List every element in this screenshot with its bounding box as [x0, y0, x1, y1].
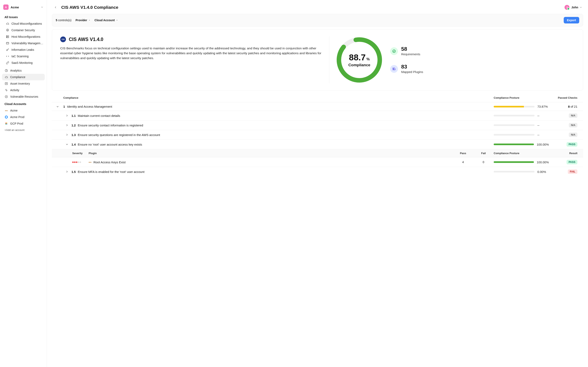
posture-bar: [494, 161, 534, 163]
posture-bar: [494, 134, 535, 136]
extension-icon: [390, 65, 398, 73]
user-menu[interactable]: J John: [564, 5, 582, 10]
sidebar-issue-2[interactable]: Host Misconfigurations: [2, 33, 45, 40]
sidebar-main-0[interactable]: Analytics: [2, 67, 45, 74]
table-header: Compliance Compliance Posture Passed Che…: [52, 93, 583, 102]
expand-toggle[interactable]: [55, 105, 60, 108]
filter-bar: 5 controls(s) Provider Cloud Account Exp…: [52, 14, 583, 26]
sidebar-account-2[interactable]: GCP Prod: [2, 120, 45, 127]
topbar: CIS AWS V1.4.0 Compliance J John: [47, 0, 588, 14]
svg-point-18: [6, 124, 7, 125]
status-badge: N/A: [569, 123, 577, 127]
list-icon: [4, 82, 8, 85]
chevron-icon: [65, 170, 69, 173]
svg-point-4: [7, 37, 7, 38]
checks-value: 8 of 21: [549, 105, 577, 108]
gcp-icon: [4, 122, 8, 125]
table-row[interactable]: 1.4 Ensure no 'root' user account access…: [52, 140, 583, 149]
chevron-icon: [65, 114, 69, 117]
cloud-icon: [4, 75, 8, 79]
svg-point-7: [7, 50, 8, 50]
back-button[interactable]: [53, 4, 58, 10]
stat-plugins: 83 Mapped Plugins: [390, 64, 423, 74]
compliance-label: Compliance: [348, 63, 370, 67]
sidebar-main-1[interactable]: Compliance: [2, 74, 45, 80]
sidebar-issue-6[interactable]: SaaS Monitoring: [2, 59, 45, 66]
org-badge: A: [3, 4, 9, 10]
plugin-subheader: Severity Plugin Pass Fail Compliance Pos…: [52, 149, 583, 157]
caret-down-icon: [116, 19, 118, 21]
svg-point-15: [5, 123, 6, 124]
section-all-issues: All Issues: [2, 14, 45, 20]
export-button[interactable]: Export: [564, 17, 579, 24]
sidebar: A Acme All Issues Cloud Misconfiguration…: [0, 0, 47, 367]
posture-bar: [494, 106, 535, 108]
controls-count: 5 controls(s): [56, 18, 71, 22]
provider-dropdown[interactable]: Provider: [76, 18, 90, 22]
cloud-icon: [6, 22, 9, 25]
svg-point-17: [5, 124, 6, 125]
sidebar-main-2[interactable]: Asset Inventory: [2, 80, 45, 87]
chevron-icon: [65, 133, 69, 136]
sidebar-account-0[interactable]: aws Acme: [2, 107, 45, 114]
posture-bar: [494, 143, 534, 145]
page-title: CIS AWS V1.4.0 Compliance: [61, 5, 562, 10]
svg-point-3: [7, 36, 7, 36]
chevron-down-icon: [41, 6, 43, 8]
sidebar-issue-0[interactable]: Cloud Misconfigurations: [2, 20, 45, 27]
svg-rect-5: [6, 42, 9, 44]
overview-description: CIS Benchmarks focus on technical config…: [60, 46, 323, 60]
status-badge: N/A: [569, 113, 577, 118]
expand-toggle[interactable]: [65, 170, 69, 173]
caret-down-icon: [88, 19, 90, 21]
hex-icon: [6, 28, 9, 32]
expand-toggle[interactable]: [65, 143, 69, 146]
expand-toggle[interactable]: [65, 124, 69, 127]
org-name: Acme: [11, 6, 39, 9]
sidebar-main-3[interactable]: Activity: [2, 87, 45, 93]
status-badge: FAIL: [568, 169, 577, 174]
plugin-row[interactable]: aws Root Access Keys Exist 4 0 100.00% P…: [52, 157, 583, 167]
posture-bar: [494, 124, 535, 126]
sidebar-issue-4[interactable]: Information Leaks: [2, 47, 45, 53]
posture-bar: [494, 115, 535, 117]
svg-point-0: [7, 30, 8, 30]
sidebar-issue-3[interactable]: Vulnerability Managem…: [2, 40, 45, 47]
cis-badge-icon: CIS: [60, 36, 66, 42]
overview-card: CIS CIS AWS V1.4.0 CIS Benchmarks focus …: [52, 29, 583, 91]
table-section-row[interactable]: 1 Identity and Access Management 73.87% …: [52, 102, 583, 111]
user-name: John: [571, 6, 578, 9]
chevron-icon: [65, 143, 69, 146]
table-row[interactable]: 1.1 Maintain current contact details -- …: [52, 111, 583, 120]
section-cloud-accounts: Cloud Accounts: [2, 101, 45, 107]
check-circle-icon: [390, 47, 398, 55]
chevron-icon: [65, 124, 69, 127]
severity-dots: [72, 161, 89, 163]
table-row[interactable]: 1.5 Ensure MFA is enabled for the 'root'…: [52, 167, 583, 176]
add-account-link[interactable]: +Add an account: [2, 127, 45, 133]
code-icon: [6, 54, 9, 58]
sidebar-main-4[interactable]: Vulnerable Resources: [2, 93, 45, 100]
posture-bar: [494, 171, 535, 173]
svg-point-16: [6, 123, 7, 124]
table-row[interactable]: 1.3 Ensure security questions are regist…: [52, 130, 583, 140]
link-icon: [6, 61, 9, 65]
sidebar-account-1[interactable]: Acme Prod: [2, 114, 45, 120]
sidebar-issue-5[interactable]: IaC Scanning: [2, 53, 45, 59]
compliance-value: 88.7: [349, 53, 366, 62]
circle-plus-icon: [4, 95, 8, 99]
expand-toggle[interactable]: [65, 133, 69, 136]
org-switcher[interactable]: A Acme: [2, 4, 45, 11]
stat-requirements: 58 Requirements: [390, 46, 423, 56]
key-icon: [6, 48, 9, 52]
card-icon: [6, 42, 9, 45]
expand-toggle[interactable]: [65, 114, 69, 117]
analytics-icon: [4, 69, 8, 72]
chevron-left-icon: [54, 6, 57, 9]
overview-title: CIS AWS V1.4.0: [69, 37, 103, 42]
table-row[interactable]: 1.2 Ensure security contact information …: [52, 120, 583, 130]
aws-icon: aws: [89, 161, 91, 163]
avatar: J: [564, 5, 570, 10]
sidebar-issue-1[interactable]: Container Security: [2, 27, 45, 33]
cloud-account-dropdown[interactable]: Cloud Account: [95, 18, 118, 22]
